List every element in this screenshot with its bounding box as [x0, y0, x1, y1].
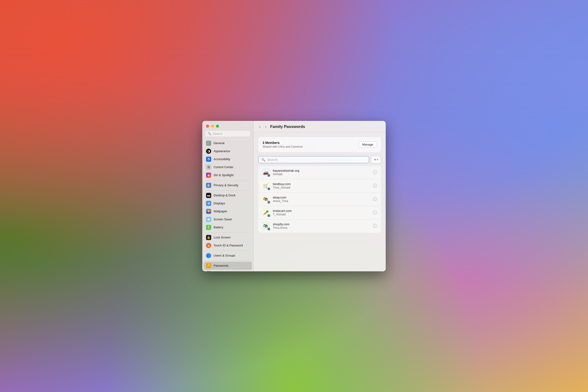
sidebar-item-label-screen-saver: Screen Saver — [214, 218, 232, 221]
displays-icon: 🖥 — [206, 201, 211, 206]
user-badge: 👤 — [267, 214, 270, 217]
plus-icon: + — [374, 158, 376, 162]
search-add-row: 🔍 + ▾ — [258, 156, 381, 164]
password-username: Trina.Ahma — [273, 226, 369, 230]
password-item-ebay[interactable]: 🛍👤ebay.comAhma_Trinaⓘ — [258, 192, 381, 206]
title-bar: ‹ › Family Passwords — [254, 121, 386, 132]
content-area: 3 Members Shared with Chris and Cameron … — [254, 132, 386, 271]
sidebar-item-label-accessibility: Accessibility — [214, 157, 230, 161]
sidebar-item-siri-spotlight[interactable]: ◈Siri & Spotlight — [204, 171, 252, 179]
sidebar-search-bar[interactable]: 🔍 — [205, 130, 250, 137]
maximize-button[interactable] — [216, 125, 219, 128]
sidebar-item-control-center[interactable]: ⊞Control Center — [204, 163, 252, 171]
site-icon-instacart: 🥕👤 — [262, 208, 270, 217]
sidebar-item-internet-accounts[interactable]: @Internet Accounts — [204, 270, 252, 271]
sidebar-item-label-privacy-security: Privacy & Security — [214, 184, 238, 187]
password-domain: ebay.com — [273, 196, 369, 199]
password-info-bestbuy: bestbuy.comTrina_Ahmadi — [273, 182, 369, 189]
desktop-dock-icon: ▬ — [206, 193, 211, 198]
touch-id-icon: 👆 — [206, 243, 211, 248]
sidebar: 🔍 ⚙️General◑Appearance♿Accessibility⊞Con… — [202, 121, 254, 271]
wallpaper-icon: 🌄 — [206, 209, 211, 214]
screen-saver-icon: ▣ — [206, 217, 211, 222]
back-button[interactable]: ‹ — [258, 124, 261, 129]
members-info: 3 Members Shared with Chris and Cameron — [262, 141, 303, 148]
password-search-bar[interactable]: 🔍 — [258, 156, 369, 163]
sidebar-item-privacy-security[interactable]: ✋Privacy & Security — [204, 181, 252, 189]
system-preferences-window: 🔍 ⚙️General◑Appearance♿Accessibility⊞Con… — [202, 121, 386, 271]
password-search-input[interactable] — [267, 158, 366, 162]
password-item-instacart[interactable]: 🥕👤instacart.comT_Ahmadiⓘ — [258, 206, 381, 220]
info-button-shopify[interactable]: ⓘ — [372, 223, 378, 229]
sidebar-divider — [206, 250, 250, 251]
user-badge: 👤 — [267, 200, 270, 204]
sidebar-item-label-control-center: Control Center — [214, 165, 234, 169]
password-item-bayareafastrak[interactable]: 🚗👤bayareafastrak.orgAhmadiⓘ — [258, 166, 381, 179]
password-username: Ahmadi — [273, 172, 369, 176]
info-button-instacart[interactable]: ⓘ — [372, 210, 378, 216]
sidebar-item-displays[interactable]: 🖥Displays — [204, 200, 252, 208]
sidebar-item-label-general: General — [214, 141, 224, 145]
password-info-ebay: ebay.comAhma_Trina — [273, 196, 369, 203]
accessibility-icon: ♿ — [206, 156, 211, 162]
sidebar-list: ⚙️General◑Appearance♿Accessibility⊞Contr… — [202, 139, 253, 271]
info-button-ebay[interactable]: ⓘ — [372, 196, 378, 202]
sidebar-item-accessibility[interactable]: ♿Accessibility — [204, 155, 252, 163]
window-controls — [202, 121, 253, 130]
password-item-bestbuy[interactable]: 🛒👤bestbuy.comTrina_Ahmadiⓘ — [258, 179, 381, 192]
password-domain: bayareafastrak.org — [273, 169, 369, 172]
search-icon: 🔍 — [208, 132, 211, 135]
sidebar-item-label-displays: Displays — [214, 202, 225, 205]
sidebar-item-label-users-groups: Users & Groups — [214, 254, 235, 257]
info-button-bayareafastrak[interactable]: ⓘ — [372, 170, 378, 175]
sidebar-item-lock-screen[interactable]: 🔒Lock Screen — [204, 234, 252, 242]
site-icon-ebay: 🛍👤 — [262, 195, 270, 204]
password-domain: instacart.com — [273, 209, 369, 212]
close-button[interactable] — [206, 125, 209, 128]
password-item-shopify[interactable]: 🛍👤shopify.comTrina.Ahmaⓘ — [258, 220, 381, 232]
sidebar-divider — [206, 190, 250, 190]
battery-icon: 🔋 — [206, 225, 211, 230]
sidebar-item-label-desktop-dock: Desktop & Dock — [214, 194, 236, 197]
members-card: 3 Members Shared with Chris and Cameron … — [258, 137, 381, 152]
siri-spotlight-icon: ◈ — [206, 172, 211, 178]
sidebar-item-general[interactable]: ⚙️General — [204, 139, 252, 147]
password-info-instacart: instacart.comT_Ahmadi — [273, 209, 369, 216]
sidebar-item-battery[interactable]: 🔋Battery — [204, 224, 252, 232]
sidebar-item-touch-id[interactable]: 👆Touch ID & Password — [204, 242, 252, 250]
sidebar-divider — [206, 232, 250, 232]
control-center-icon: ⊞ — [206, 164, 211, 170]
manage-button[interactable]: Manage — [359, 141, 377, 148]
password-domain: bestbuy.com — [273, 182, 369, 186]
sidebar-search-input[interactable] — [212, 132, 248, 136]
sidebar-item-passwords[interactable]: 🔑Passwords — [204, 262, 252, 270]
password-username: Trina_Ahmadi — [273, 186, 369, 189]
sidebar-item-label-battery: Battery — [214, 226, 223, 229]
sidebar-item-desktop-dock[interactable]: ▬Desktop & Dock — [204, 192, 252, 200]
main-content: ‹ › Family Passwords 3 Members Shared wi… — [254, 121, 386, 271]
info-button-bestbuy[interactable]: ⓘ — [372, 183, 378, 188]
sidebar-item-wallpaper[interactable]: 🌄Wallpaper — [204, 208, 252, 216]
sidebar-item-label-siri-spotlight: Siri & Spotlight — [214, 173, 234, 177]
password-list: 🚗👤bayareafastrak.orgAhmadiⓘ🛒👤bestbuy.com… — [258, 166, 381, 232]
chevron-down-icon: ▾ — [377, 158, 378, 161]
password-username: Ahma_Trina — [273, 200, 369, 203]
sidebar-item-label-touch-id: Touch ID & Password — [214, 244, 243, 247]
sidebar-item-users-groups[interactable]: 👥Users & Groups — [204, 252, 252, 260]
site-icon-bestbuy: 🛒👤 — [262, 182, 270, 190]
password-search-icon: 🔍 — [261, 158, 265, 162]
lock-screen-icon: 🔒 — [206, 235, 211, 240]
sidebar-item-appearance[interactable]: ◑Appearance — [204, 147, 252, 155]
members-subtitle: Shared with Chris and Cameron — [262, 145, 303, 148]
site-icon-shopify: 🛍👤 — [262, 222, 270, 230]
minimize-button[interactable] — [211, 125, 214, 128]
password-info-shopify: shopify.comTrina.Ahma — [273, 222, 369, 230]
forward-button[interactable]: › — [264, 124, 267, 129]
sidebar-divider — [206, 260, 250, 261]
sidebar-item-screen-saver[interactable]: ▣Screen Saver — [204, 216, 252, 224]
password-info-bayareafastrak: bayareafastrak.orgAhmadi — [273, 169, 369, 176]
password-domain: shopify.com — [273, 222, 369, 226]
general-icon: ⚙️ — [206, 140, 211, 146]
sidebar-item-label-wallpaper: Wallpaper — [214, 210, 227, 213]
add-password-button[interactable]: + ▾ — [371, 156, 381, 164]
